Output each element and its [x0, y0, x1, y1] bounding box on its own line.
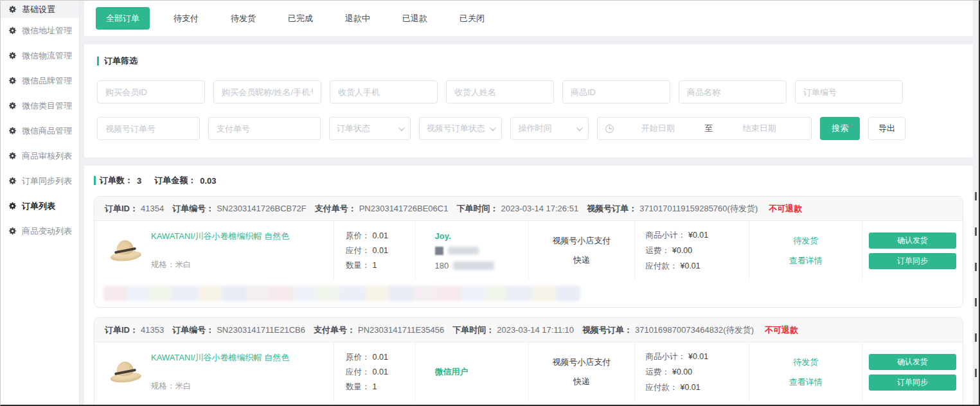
- filter-row-1: [97, 80, 905, 103]
- sidebar-item-wechat-product[interactable]: 微信商品管理: [1, 118, 79, 143]
- product-image-hat: [109, 237, 142, 265]
- gear-icon: [8, 51, 17, 60]
- payment-method: 视频号小店支付: [553, 235, 611, 247]
- export-button[interactable]: 导出: [868, 117, 905, 140]
- sidebar-item-product-change-list[interactable]: 商品变动列表: [1, 218, 79, 243]
- sidebar-item-label: 微信地址管理: [22, 25, 72, 37]
- buyer-cell: 微信用户: [416, 342, 529, 402]
- gear-icon: [8, 26, 17, 35]
- sidebar-item-label: 微信物流管理: [22, 50, 72, 62]
- tab-all-orders[interactable]: 全部订单: [96, 7, 150, 30]
- buyer-nickname[interactable]: 微信用户: [435, 366, 468, 378]
- sidebar-item-order-list[interactable]: 订单列表: [1, 193, 79, 218]
- chevron-down-icon: [576, 125, 583, 131]
- consignee-phone-input[interactable]: [330, 80, 438, 103]
- product-spec: 规格：米白: [151, 381, 289, 392]
- order-list-panel: 订单数： 3 订单金额： 0.03 订单ID：41354 订单编号：SN2303…: [84, 166, 973, 405]
- order-time-value: 2023-03-14 17:26:51: [501, 204, 578, 213]
- sidebar-item-label: 订单列表: [22, 200, 55, 212]
- sidebar-item-wechat-logistics[interactable]: 微信物流管理: [1, 43, 79, 68]
- confirm-shipment-button[interactable]: 确认发货: [869, 233, 956, 249]
- operation-time-select[interactable]: 操作时间: [510, 117, 589, 140]
- sidebar-item-basic-settings[interactable]: 基础设置: [1, 1, 79, 18]
- filter-title: 订单筛选: [97, 55, 960, 67]
- end-date-placeholder[interactable]: 结束日期: [715, 123, 803, 134]
- product-id-input[interactable]: [562, 80, 670, 103]
- payment-number-input[interactable]: [208, 117, 321, 140]
- order-sync-button[interactable]: 订单同步: [869, 375, 956, 391]
- order-filter-panel: 订单筛选 订单状态 视频号订单状态: [84, 44, 973, 157]
- payment-number-value: PN2303141711E35456: [358, 325, 444, 335]
- avatar: [435, 247, 443, 255]
- gear-icon: [8, 76, 17, 85]
- payment-method: 视频号小店支付: [553, 357, 611, 368]
- sidebar-item-order-sync-list[interactable]: 订单同步列表: [1, 168, 79, 193]
- product-image-hat: [109, 358, 142, 386]
- order-sn-label: 订单编号：: [172, 203, 214, 215]
- sidebar-item-wechat-category[interactable]: 微信类目管理: [1, 93, 79, 118]
- payment-number-value: PN2303141726BE06C1: [359, 204, 449, 213]
- product-name-input[interactable]: [679, 80, 787, 103]
- order-number-input[interactable]: [795, 80, 903, 103]
- sidebar-item-product-review-list[interactable]: 商品审核列表: [1, 143, 79, 168]
- status-cell: 待发货 查看详情: [749, 342, 862, 402]
- sidebar: 基础设置 微信地址管理 微信物流管理 微信品牌管理 微信类目管理 微信商品管理 …: [1, 1, 80, 405]
- order-id-value: 41353: [141, 325, 164, 335]
- admin-window: 基础设置 微信地址管理 微信物流管理 微信品牌管理 微信类目管理 微信商品管理 …: [0, 0, 980, 406]
- delivery-method: 快递: [573, 254, 590, 266]
- tab-completed[interactable]: 已完成: [272, 13, 329, 24]
- scrollbar[interactable]: [975, 192, 977, 404]
- buyer-cell: Joy. 180: [416, 221, 529, 280]
- product-name-link[interactable]: KAWATANI/川谷小卷檐编织帽 自然色: [151, 352, 289, 364]
- sidebar-item-label: 订单同步列表: [22, 175, 72, 187]
- view-details-link[interactable]: 查看详情: [789, 255, 823, 267]
- order-id-value: 41354: [141, 204, 164, 213]
- filter-row-2: 订单状态 视频号订单状态 操作时间 开始日期 至 结束日期 搜索: [97, 117, 905, 140]
- tab-refunded[interactable]: 已退款: [386, 13, 443, 24]
- order-status-select[interactable]: 订单状态: [329, 117, 411, 140]
- order-address-row: [94, 280, 963, 307]
- buyer-nickname[interactable]: Joy.: [435, 231, 451, 241]
- redacted-buyer-name: [435, 247, 479, 255]
- gear-icon: [8, 227, 17, 235]
- order-sync-button[interactable]: 订单同步: [869, 253, 956, 269]
- order-count-label: 订单数：: [100, 175, 133, 186]
- order-sn-value: SN2303141726BCB72F: [217, 204, 307, 213]
- date-range-picker[interactable]: 开始日期 至 结束日期: [597, 117, 812, 140]
- order-time-value: 2023-03-14 17:11:10: [497, 325, 574, 335]
- confirm-shipment-button[interactable]: 确认发货: [869, 354, 956, 370]
- delivery-method: 快递: [573, 376, 590, 387]
- payment-cell: 视频号小店支付 快递: [529, 221, 636, 280]
- section-accent-bar: [97, 57, 99, 66]
- buyer-member-name-input[interactable]: [213, 80, 321, 103]
- gear-icon: [8, 202, 17, 210]
- sidebar-item-label: 微信商品管理: [22, 125, 72, 137]
- order-id-label: 订单ID：: [105, 324, 138, 336]
- gear-icon: [8, 5, 17, 13]
- tab-refunding[interactable]: 退款中: [329, 13, 386, 24]
- search-button[interactable]: 搜索: [820, 117, 860, 140]
- start-date-placeholder[interactable]: 开始日期: [614, 123, 702, 134]
- chevron-down-icon: [398, 125, 405, 131]
- sidebar-item-wechat-address[interactable]: 微信地址管理: [1, 18, 79, 43]
- consignee-name-input[interactable]: [446, 80, 554, 103]
- sidebar-item-wechat-brand[interactable]: 微信品牌管理: [1, 68, 79, 93]
- product-name-link[interactable]: KAWATANI/川谷小卷檐编织帽 自然色: [151, 231, 289, 242]
- sidebar-item-label: 微信类目管理: [22, 100, 72, 112]
- channel-order-status-select[interactable]: 视频号订单状态: [419, 117, 503, 140]
- order-address-row: [94, 402, 963, 405]
- status-badge: 待发货: [793, 235, 818, 247]
- tab-closed[interactable]: 已关闭: [443, 13, 501, 24]
- channel-order-value: 3710169870073464832(待发货): [635, 324, 754, 336]
- view-details-link[interactable]: 查看详情: [789, 376, 823, 388]
- order-sn-value: SN2303141711E21CB6: [217, 325, 305, 335]
- gear-icon: [8, 127, 17, 135]
- order-time-label: 下单时间：: [452, 324, 494, 336]
- order-header: 订单ID：41353 订单编号：SN2303141711E21CB6 支付单号：…: [94, 318, 963, 342]
- channel-order-number-input[interactable]: [97, 117, 200, 140]
- buyer-member-id-input[interactable]: [97, 80, 205, 103]
- sidebar-item-label: 微信品牌管理: [22, 75, 72, 87]
- tab-pending-payment[interactable]: 待支付: [157, 13, 215, 24]
- order-summary: 订单数： 3 订单金额： 0.03: [94, 175, 963, 186]
- tab-pending-shipment[interactable]: 待发货: [215, 13, 272, 24]
